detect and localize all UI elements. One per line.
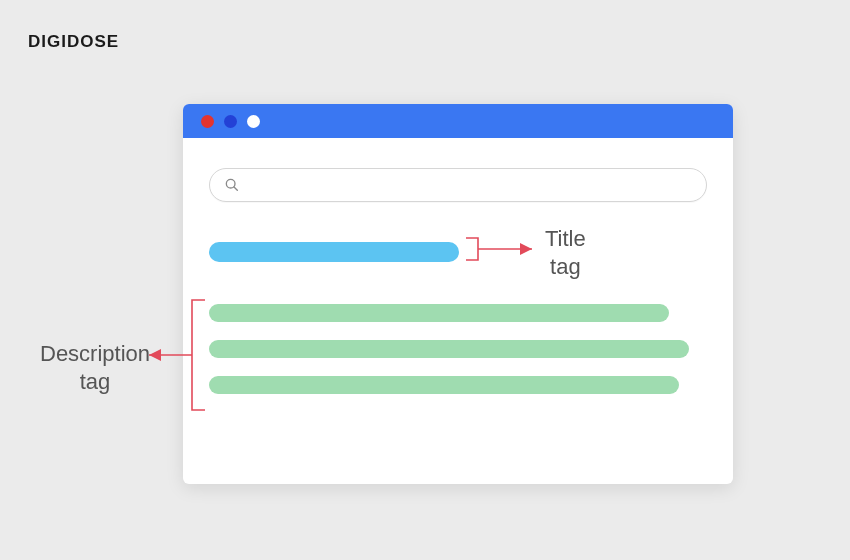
maximize-icon[interactable] bbox=[247, 115, 260, 128]
title-tag-label: Title tag bbox=[545, 225, 586, 280]
desc-line bbox=[209, 340, 689, 358]
search-result bbox=[183, 202, 733, 394]
close-icon[interactable] bbox=[201, 115, 214, 128]
search-input[interactable] bbox=[209, 168, 707, 202]
search-icon bbox=[224, 177, 240, 193]
window-title-bar bbox=[183, 104, 733, 138]
description-tag-label: Description tag bbox=[40, 340, 150, 395]
result-title-placeholder bbox=[209, 242, 459, 262]
svg-line-1 bbox=[234, 187, 237, 190]
desc-line bbox=[209, 304, 669, 322]
browser-window bbox=[183, 104, 733, 484]
minimize-icon[interactable] bbox=[224, 115, 237, 128]
desc-arrow-head-icon bbox=[149, 349, 161, 361]
brand-logo: DIGIDOSE bbox=[28, 32, 119, 52]
desc-line bbox=[209, 376, 679, 394]
result-description-placeholder bbox=[209, 304, 707, 394]
